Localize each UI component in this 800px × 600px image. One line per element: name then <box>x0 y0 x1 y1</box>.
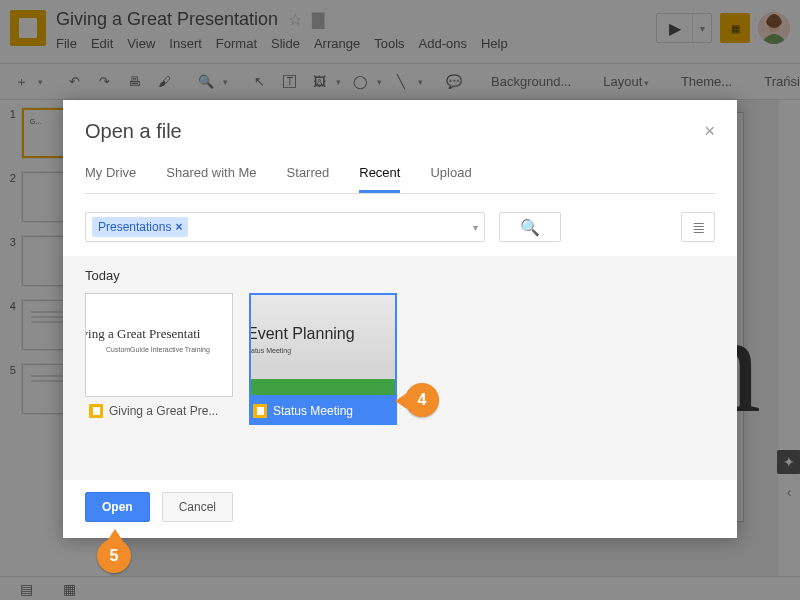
dialog-tabs: My Drive Shared with Me Starred Recent U… <box>85 165 715 194</box>
slides-file-icon <box>253 404 267 418</box>
callout-5: 5 <box>97 539 131 573</box>
dialog-title: Open a file <box>85 120 704 143</box>
search-button[interactable]: 🔍 <box>499 212 561 242</box>
filter-chip[interactable]: Presentations × <box>92 217 188 237</box>
callout-4: 4 <box>405 383 439 417</box>
chip-remove-icon[interactable]: × <box>175 220 182 234</box>
chevron-down-icon[interactable]: ▾ <box>473 222 478 233</box>
search-icon: 🔍 <box>520 218 540 237</box>
file-label: Status Meeting <box>273 404 353 418</box>
dialog-body: Today iving a Great Presentati CustomGui… <box>63 256 737 480</box>
open-button[interactable]: Open <box>85 492 150 522</box>
thumb-preview-title: iving a Great Presentati <box>85 326 228 342</box>
filter-input[interactable]: Presentations × ▾ <box>85 212 485 242</box>
list-view-button[interactable]: ≣ <box>681 212 715 242</box>
file-thumb-status-meeting[interactable]: Event Planning atus Meeting Status Meeti… <box>249 293 397 425</box>
close-icon[interactable]: × <box>704 121 715 142</box>
list-icon: ≣ <box>692 218 705 237</box>
cancel-button[interactable]: Cancel <box>162 492 233 522</box>
open-file-dialog: Open a file × My Drive Shared with Me St… <box>63 100 737 538</box>
thumb-preview-title: Event Planning <box>249 325 355 343</box>
section-label: Today <box>85 268 715 283</box>
tab-recent[interactable]: Recent <box>359 165 400 193</box>
tab-shared[interactable]: Shared with Me <box>166 165 256 193</box>
tab-upload[interactable]: Upload <box>430 165 471 193</box>
slides-file-icon <box>89 404 103 418</box>
file-label: Giving a Great Pre... <box>109 404 218 418</box>
thumb-preview-sub: CustomGuide Interactive Training <box>106 346 210 353</box>
tab-my-drive[interactable]: My Drive <box>85 165 136 193</box>
thumb-preview-sub: atus Meeting <box>251 347 291 354</box>
file-thumb-giving[interactable]: iving a Great Presentati CustomGuide Int… <box>85 293 233 425</box>
dialog-actions: Open Cancel <box>85 492 715 522</box>
tab-starred[interactable]: Starred <box>287 165 330 193</box>
